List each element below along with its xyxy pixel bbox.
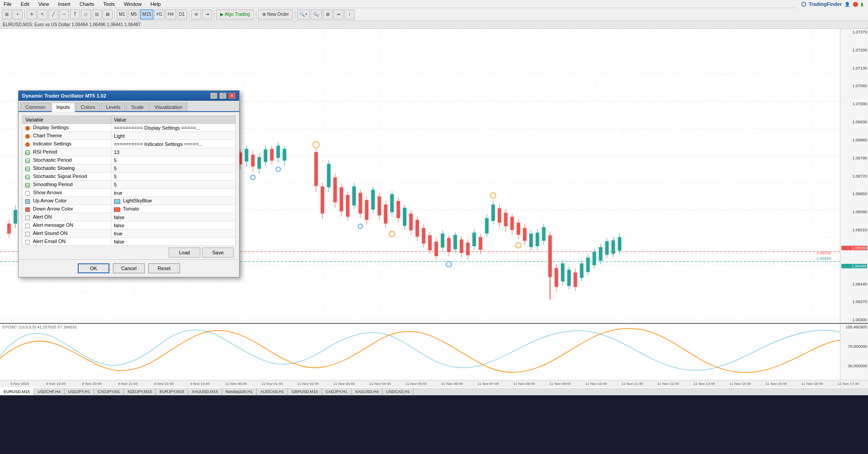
val-alert-on[interactable]: false [111, 213, 235, 221]
tab-visualization[interactable]: Visualization [150, 103, 188, 111]
val-show-arrows[interactable]: true [111, 189, 235, 197]
cancel-button[interactable]: Cancel [113, 263, 145, 273]
load-save-area: Load Save [22, 248, 236, 257]
save-button[interactable]: Save [202, 248, 234, 257]
zoom-in-button[interactable]: 🔍+ [297, 9, 310, 19]
tab-audcad-h1[interactable]: AUDCAD,H1 [257, 388, 288, 396]
chart-type-button[interactable]: ≋ [191, 9, 201, 19]
val-smoothing[interactable]: 5 [111, 181, 235, 189]
num-icon-stoch: 01 [25, 159, 30, 163]
svg-rect-196 [574, 272, 577, 287]
menu-item-tools[interactable]: Tools [101, 1, 117, 7]
val-indicator-settings[interactable]: ========== Indicator Settings =====... [111, 140, 235, 148]
period-d1-button[interactable]: D1 [177, 9, 187, 19]
menu-item-help[interactable]: Help [149, 1, 163, 7]
tab-cadjpy-h1[interactable]: CADJPY,H1 [322, 388, 351, 396]
menu-item-insert[interactable]: Insert [56, 1, 72, 7]
val-alert-email[interactable]: false [111, 238, 235, 246]
menu-item-edit[interactable]: Edit [19, 1, 31, 7]
chart-shift-button[interactable]: ⇥ [202, 9, 212, 19]
svg-rect-97 [257, 157, 261, 169]
val-down-arrow-color[interactable]: Tomato [111, 205, 235, 213]
val-stoch-slowing[interactable]: 5 [111, 164, 235, 173]
val-alert-sound[interactable]: true [111, 229, 235, 238]
var-alert-msg: Alert message ON [23, 221, 111, 229]
price-11: 1.06580 [841, 210, 867, 214]
price-8: 1.06790 [841, 156, 867, 160]
time-label-10: 11 Nov 04:45 [362, 382, 398, 386]
val-stoch-period[interactable]: 5 [111, 156, 235, 164]
var-stoch-period: 01 Stochastic Period [23, 156, 111, 164]
grid-button[interactable]: ⊞ [323, 9, 333, 19]
symbol-bar: EURUSD,M15: Euro vs US Dollar 1.06464 1.… [0, 21, 868, 29]
new-chart-button[interactable]: ⊞ [2, 9, 12, 19]
tab-gbpusd-m15[interactable]: GBPUSD,M15 [288, 388, 322, 396]
val-display-settings[interactable]: ========== Display Settings =====... [111, 124, 235, 132]
val-stoch-signal[interactable]: 5 [111, 173, 235, 181]
period-h4-button[interactable]: H4 [165, 9, 176, 19]
svg-rect-117 [340, 187, 343, 211]
minimize-button[interactable]: ─ [210, 93, 217, 99]
tab-usdcad-h1[interactable]: USDCAD,H1 [382, 388, 414, 396]
scroll-button[interactable]: ⇔ [334, 9, 344, 19]
sep3 [189, 10, 189, 19]
svg-rect-101 [270, 149, 274, 161]
tab-usdchf-h4[interactable]: USDCHF,H4 [34, 388, 65, 396]
tab-eurusd-m15[interactable]: EURUSD,M15 [0, 388, 34, 396]
tab-cadjpy-m1[interactable]: CADJPY,M1 [94, 388, 124, 396]
num-icon-signal: 01 [25, 175, 30, 179]
crosshair-button[interactable]: ✛ [27, 9, 37, 19]
period-m1-button[interactable]: M1 [117, 9, 127, 19]
close-button[interactable]: ✕ [228, 93, 236, 99]
zoom-out-button[interactable]: 🔍- [311, 9, 322, 19]
menu-item-file[interactable]: File [2, 1, 14, 7]
alert-icon[interactable]: 🔴 [853, 2, 858, 7]
notification-icon[interactable]: 👤 [844, 2, 850, 7]
menu-item-charts[interactable]: Charts [78, 1, 96, 7]
tab-inputs[interactable]: Inputs [52, 103, 75, 112]
add-button[interactable]: + [13, 9, 23, 19]
period-m5-button[interactable]: M5 [128, 9, 139, 19]
tab-colors[interactable]: Colors [76, 103, 100, 111]
tab-nasdaq100-h1[interactable]: Nasdaq100,H1 [222, 388, 257, 396]
new-order-button[interactable]: ⊕ New Order [258, 9, 293, 19]
text-button[interactable]: T [70, 9, 80, 19]
algo-trading-button[interactable]: ▶ Algo Trading [216, 9, 254, 19]
time-label-13: 11 Nov 07:45 [470, 382, 506, 386]
num-icon-rsi: 01 [25, 150, 30, 155]
period-m15-button[interactable]: M15 [140, 9, 153, 19]
tab-usdjpy-h1[interactable]: USDJPY,H1 [65, 388, 94, 396]
indicator-button[interactable]: ⊠ [103, 9, 113, 19]
tab-xagusd-h4[interactable]: XAGUSD,H4 [351, 388, 382, 396]
svg-rect-109 [314, 152, 318, 186]
shapes-button[interactable]: ◇ [81, 9, 91, 19]
autoscroll-button[interactable]: ↕ [344, 9, 354, 19]
tab-scale[interactable]: Scale [126, 103, 149, 111]
tab-common[interactable]: Common [20, 103, 51, 111]
val-alert-msg[interactable]: false [111, 221, 235, 229]
val-up-arrow-color[interactable]: LightSkyBlue [111, 197, 235, 205]
tab-nzdjpy-m15[interactable]: NZDJPY,M15 [124, 388, 156, 396]
fibo-button[interactable]: ⊟ [92, 9, 102, 19]
symbol-info: EURUSD,M15: Euro vs US Dollar 1.06464 1.… [3, 22, 141, 27]
menu-item-view[interactable]: View [37, 1, 51, 7]
price-1: 1.07270 [841, 30, 867, 34]
svg-rect-18 [14, 210, 17, 224]
tab-eurjpy-m15[interactable]: EURJPY,M15 [156, 388, 188, 396]
ok-button[interactable]: OK [78, 263, 109, 273]
arrow-button[interactable]: ↖ [38, 9, 47, 19]
menu-item-window[interactable]: Window [122, 1, 143, 7]
line-button[interactable]: ╱ [48, 9, 58, 19]
period-h1-button[interactable]: H1 [154, 9, 165, 19]
svg-rect-204 [599, 247, 603, 261]
reset-button[interactable]: Reset [148, 263, 180, 273]
dialog-body: Variable Value Display Settings ========… [19, 112, 239, 259]
tab-levels[interactable]: Levels [101, 103, 125, 111]
maximize-button[interactable]: □ [219, 93, 226, 99]
val-rsi-period[interactable]: 13 [111, 148, 235, 156]
hline-button[interactable]: ─ [59, 9, 69, 19]
val-chart-theme[interactable]: Light [111, 132, 235, 140]
load-button[interactable]: Load [169, 248, 200, 257]
time-label-12: 11 Nov 06:45 [434, 382, 470, 386]
tab-xauusd-m15[interactable]: XAUUSD,M15 [188, 388, 222, 396]
